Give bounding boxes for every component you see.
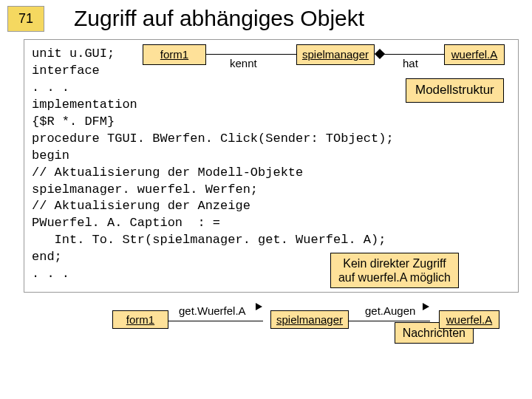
code-line: PWuerfel. A. Caption : = [32,215,511,232]
code-line: procedure TGUI. BWerfen. Click(Sender: T… [32,131,511,148]
object-wuerfelA-b: wuerfel.A [439,310,499,329]
label-hat: hat [403,56,418,71]
object-form1: form1 [143,44,206,65]
code-line: Int. To. Str(spielmanager. get. Wuerfel.… [32,232,511,249]
arrow-head-1 [256,303,262,310]
assoc-line-hat [383,54,444,55]
slide-number: 71 [7,6,44,32]
content-box: form1 kennt spielmanager hat wuerfel.A M… [24,39,519,293]
msg-label-2: get.Augen [365,304,415,317]
callout-line2: auf wuerfel.A möglich [338,271,451,284]
object-form1-b: form1 [112,310,168,329]
label-modellstruktur: Modellstruktur [406,78,504,103]
object-spielmanager-b: spielmanager [270,310,349,329]
msg-line-2 [349,321,430,321]
code-line: spielmanager. wuerfel. Werfen; [32,182,511,199]
code-line: {$R *. DFM} [32,114,511,131]
msg-line-1 [168,321,263,321]
code-line: // Aktualisierung der Modell-Objekte [32,165,511,182]
label-kennt: kennt [230,56,257,71]
top-diagram: form1 kennt spielmanager hat wuerfel.A M… [143,43,515,99]
arrow-head-2 [423,303,429,310]
callout-kein-zugriff: Kein direkter Zugriff auf wuerfel.A mögl… [330,253,459,288]
object-spielmanager: spielmanager [296,44,375,65]
assoc-line-kennt [206,54,296,55]
msg-label-1: get.Wuerfel.A [179,304,246,317]
bottom-diagram: form1 get.Wuerfel.A spielmanager get.Aug… [24,303,519,338]
callout-line1: Kein direkter Zugriff [343,257,446,270]
object-wuerfelA: wuerfel.A [444,44,505,65]
code-line: begin [32,148,511,165]
code-line: // Aktualisierung der Anzeige [32,198,511,215]
slide-title: Zugriff auf abhängiges Objekt [74,6,364,31]
